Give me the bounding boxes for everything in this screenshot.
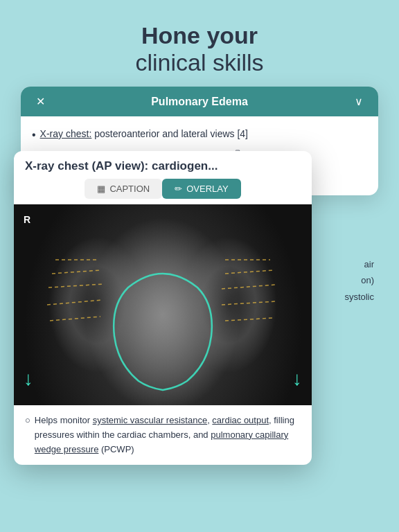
svg-line-9 (225, 318, 273, 321)
right-partial-text: air on) systolic (344, 256, 374, 305)
tab-overlay[interactable]: ✏ OVERLAY (162, 179, 240, 199)
xray-background: R ↓ ↓ (14, 204, 312, 405)
cardiac-output-link[interactable]: cardiac output (212, 415, 269, 425)
image-popup: X-ray chest (AP view): cardiogen... ▦ CA… (14, 151, 312, 465)
header: Hone your clinical skills (0, 0, 399, 90)
r-label: R (24, 214, 30, 225)
arrow-right-icon: ↓ (292, 368, 302, 390)
card-title: Pulmonary Edema (48, 96, 351, 108)
bullet1-content: X-ray chest: posteroanterior and lateral… (40, 126, 248, 141)
image-tabs: ▦ CAPTION ✏ OVERLAY (14, 179, 312, 204)
systemic-vascular-link[interactable]: systemic vascular resistance (93, 415, 207, 425)
card-header: ✕ Pulmonary Edema ∨ (21, 87, 378, 116)
svg-line-1 (52, 270, 100, 274)
close-button[interactable]: ✕ (32, 95, 48, 108)
tab-overlay-label: OVERLAY (186, 184, 228, 194)
bullet1-label[interactable]: X-ray chest: (40, 128, 92, 139)
right-text-on: on) (344, 272, 374, 288)
bullet-symbol: • (32, 126, 36, 144)
wedge-pressure-link[interactable]: pulmonary capillary wedge pressure (35, 429, 288, 454)
svg-line-8 (222, 301, 276, 305)
tab-caption-label: CAPTION (109, 184, 150, 194)
svg-line-4 (50, 317, 100, 321)
tab-caption[interactable]: ▦ CAPTION (85, 179, 162, 199)
popup-footer: ○ Helps monitor systemic vascular resist… (14, 405, 312, 465)
bullet1-text: posteroanterior and lateral views [4] (94, 128, 248, 139)
dashed-overlay (14, 204, 312, 405)
xray-image: R ↓ ↓ (14, 204, 312, 405)
caption-icon: ▦ (97, 184, 105, 194)
svg-line-6 (225, 270, 274, 274)
arrow-left-icon: ↓ (24, 368, 33, 390)
svg-line-7 (222, 285, 276, 289)
svg-line-2 (48, 284, 104, 287)
image-popup-title: X-ray chest (AP view): cardiogen... (14, 151, 312, 179)
footer-text: Helps monitor systemic vascular resistan… (35, 414, 301, 456)
popup-notch (153, 151, 172, 152)
bullet-item-1: • X-ray chest: posteroanterior and later… (32, 126, 367, 144)
footer-circle: ○ (25, 414, 30, 428)
chevron-down-icon[interactable]: ∨ (351, 95, 367, 108)
footer-content: ○ Helps monitor systemic vascular resist… (25, 414, 301, 456)
header-line1: Hone your (14, 22, 385, 49)
right-text-systolic: systolic (344, 289, 374, 305)
right-text-air: air (344, 256, 374, 272)
svg-line-3 (47, 300, 103, 305)
header-line2: clinical skills (14, 49, 385, 76)
overlay-icon: ✏ (175, 184, 182, 194)
